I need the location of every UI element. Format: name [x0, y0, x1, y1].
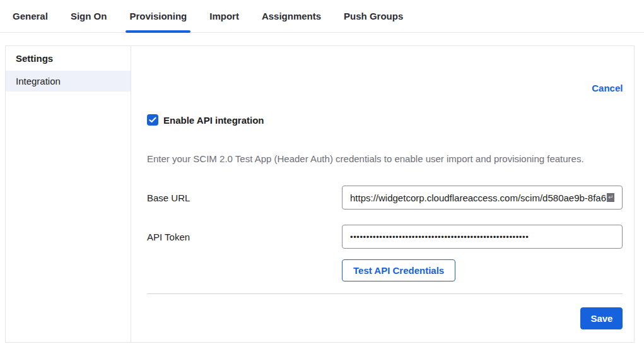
sidebar-header-settings: Settings — [6, 46, 131, 71]
api-token-masked-value: ••••••••••••••••••••••••••••••••••••••••… — [350, 232, 529, 242]
test-api-credentials-button[interactable]: Test API Credentials — [342, 259, 455, 281]
integration-form: Cancel Enable API integration Enter your… — [131, 46, 638, 342]
settings-sidebar: Settings Integration — [6, 46, 131, 342]
tab-push-groups[interactable]: Push Groups — [344, 0, 403, 32]
tab-provisioning[interactable]: Provisioning — [129, 0, 187, 32]
cancel-link[interactable]: Cancel — [592, 83, 623, 93]
enable-api-integration-checkbox[interactable] — [147, 114, 158, 126]
base-url-label: Base URL — [147, 192, 342, 203]
base-url-value: https://widgetcorp.cloudflareaccess.com/… — [350, 192, 606, 203]
footer-divider — [147, 293, 623, 294]
truncated-text-marker: ↵ — [607, 193, 614, 202]
credentials-description: Enter your SCIM 2.0 Test App (Header Aut… — [147, 153, 623, 164]
api-token-input[interactable]: ••••••••••••••••••••••••••••••••••••••••… — [342, 225, 623, 249]
enable-api-integration-row: Enable API integration — [147, 114, 623, 126]
tab-sign-on[interactable]: Sign On — [71, 0, 107, 32]
tab-import[interactable]: Import — [209, 0, 239, 32]
checkmark-icon — [149, 117, 156, 123]
provisioning-panel: Settings Integration Cancel Enable API i… — [5, 45, 635, 343]
base-url-row: Base URL https://widgetcorp.cloudflareac… — [147, 186, 623, 210]
app-tab-bar: General Sign On Provisioning Import Assi… — [0, 0, 644, 33]
tab-general[interactable]: General — [13, 0, 48, 32]
enable-api-integration-label: Enable API integration — [163, 115, 264, 126]
sidebar-item-integration[interactable]: Integration — [6, 71, 131, 92]
api-token-row: API Token ••••••••••••••••••••••••••••••… — [147, 225, 623, 249]
api-token-label: API Token — [147, 232, 342, 242]
tab-assignments[interactable]: Assignments — [262, 0, 321, 32]
base-url-input[interactable]: https://widgetcorp.cloudflareaccess.com/… — [342, 186, 623, 210]
save-button[interactable]: Save — [580, 307, 623, 329]
